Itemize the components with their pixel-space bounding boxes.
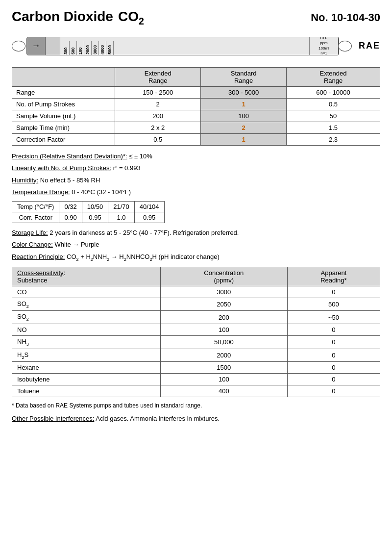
time-ext1: 2 x 2 — [115, 122, 201, 133]
pump-ext2: 0.5 — [287, 98, 380, 110]
precision-label: Precision (Relative Standard Deviation)*… — [12, 152, 127, 160]
tube-diagram: → 300 500 100 2000 3000 4000 5000 CO₂ pp… — [12, 32, 380, 60]
other-interferences-line: Other Possible Interferences: Acid gases… — [12, 414, 380, 424]
volume-std: 100 — [201, 110, 287, 122]
correction-std: 1 — [201, 133, 287, 145]
cross-row-so2-2: SO2 200 ~50 — [12, 311, 380, 324]
correction-ext2: 2.3 — [287, 133, 380, 145]
tube-arrow-icon: → — [32, 41, 41, 51]
time-std: 2 — [201, 122, 287, 133]
temp-correction-table: Temp (°C/°F) 0/32 10/50 21/70 40/104 Cor… — [12, 201, 165, 223]
corr-21-70: 1.0 — [108, 212, 135, 223]
linearity-value: r² = 0.993 — [111, 164, 141, 172]
scale-2000: 2000 — [84, 41, 92, 55]
footnote: * Data based on RAE Systems pumps and tu… — [12, 402, 380, 409]
cross-substance-so2-1: SO2 — [12, 298, 161, 311]
pump-std: 1 — [201, 98, 287, 110]
cross-row-isobutylene: Isobutylene 100 0 — [12, 374, 380, 385]
temp-range-label: Temperature Range: — [12, 188, 70, 196]
cross-row-so2-1: SO2 2050 500 — [12, 298, 380, 311]
table-row: No. of Pump Strokes 2 1 0.5 — [12, 98, 380, 110]
reaction-formula: CO2 + H2NNH2 → H2NNHCO2H (pH indicator c… — [67, 253, 220, 260]
cross-substance-nh3: NH3 — [12, 335, 161, 349]
row-label-range: Range — [12, 86, 115, 98]
row-label-pump: No. of Pump Strokes — [12, 98, 115, 110]
color-line: Color Change: White → Purple — [12, 240, 380, 250]
cross-substance-no: NO — [12, 324, 161, 335]
cross-conc-so2-1: 2050 — [160, 298, 287, 311]
cross-conc-toluene: 400 — [160, 385, 287, 397]
tube-gray-section — [46, 37, 60, 55]
humidity-line: Humidity: No effect 5 - 85% RH — [12, 176, 380, 185]
temp-10-50: 10/50 — [82, 201, 108, 212]
pump-ext1: 2 — [115, 98, 201, 110]
chemical-formula: CO2 — [118, 9, 144, 27]
table-row: Range 150 - 2500 300 - 5000 600 - 10000 — [12, 86, 380, 98]
temp-21-70: 21/70 — [108, 201, 135, 212]
temp-range-value: 0 - 40°C (32 - 104°F) — [70, 188, 131, 196]
temp-range-line: Temperature Range: 0 - 40°C (32 - 104°F) — [12, 187, 380, 197]
cross-row-toluene: Toluene 400 0 — [12, 385, 380, 397]
tube-left-circle — [12, 41, 25, 51]
product-number: No. 10-104-30 — [311, 11, 380, 24]
storage-value: 2 years in darkness at 5 - 25°C (40 - 77… — [48, 229, 239, 236]
cross-header-substance: Cross-sensitivity:Substance — [12, 267, 161, 286]
precision-line: Precision (Relative Standard Deviation)*… — [12, 152, 380, 161]
cross-conc-so2-2: 200 — [160, 311, 287, 324]
storage-line: Storage Life: 2 years in darkness at 5 -… — [12, 228, 380, 238]
volume-ext2: 50 — [287, 110, 380, 122]
cross-reading-toluene: 0 — [287, 385, 380, 397]
tube-label-n: n=1 — [320, 51, 327, 55]
corr-40-104: 0.95 — [134, 212, 164, 223]
cross-conc-nh3: 50,000 — [160, 335, 287, 349]
tube-right-cap — [338, 41, 354, 51]
table-row: Correction Factor 0.5 1 2.3 — [12, 133, 380, 145]
scale-300: 300 — [62, 41, 70, 55]
cross-row-h2s: H2S 2000 0 — [12, 349, 380, 362]
cross-sensitivity-table: Cross-sensitivity:Substance Concentratio… — [12, 267, 380, 397]
rae-logo: RAE — [359, 41, 380, 51]
col-header-ext2: ExtendedRange — [287, 67, 380, 86]
cross-row-hexane: Hexane 1500 0 — [12, 362, 380, 374]
range-ext2: 600 - 10000 — [287, 86, 380, 98]
cross-conc-h2s: 2000 — [160, 349, 287, 362]
scale-3000: 3000 — [92, 41, 99, 55]
cross-substance-h2s: H2S — [12, 349, 161, 362]
cross-header-reading: ApparentReading* — [287, 267, 380, 286]
cross-conc-isobutylene: 100 — [160, 374, 287, 385]
corr-0-32: 0.90 — [59, 212, 82, 223]
tube-right-circle — [338, 41, 352, 51]
temp-0-32: 0/32 — [59, 201, 82, 212]
page-header: Carbon Dioxide CO2 No. 10-104-30 — [12, 9, 380, 27]
temp-40-104: 40/104 — [134, 201, 164, 212]
tube-label-100ml: 100ml — [318, 46, 329, 51]
row-label-correction: Correction Factor — [12, 133, 115, 145]
cross-reading-isobutylene: 0 — [287, 374, 380, 385]
other-label: Other Possible Interferences: — [12, 415, 94, 422]
tube-left-cap — [12, 41, 27, 51]
time-ext2: 1.5 — [287, 122, 380, 133]
cross-reading-hexane: 0 — [287, 362, 380, 374]
tube-dark-section: → — [27, 37, 46, 55]
scale-4000: 4000 — [99, 41, 106, 55]
temp-col-header: Temp (°C/°F) — [12, 201, 59, 212]
tube-body: → 300 500 100 2000 3000 4000 5000 CO₂ pp… — [26, 37, 339, 55]
cross-substance-co: CO — [12, 286, 161, 298]
range-ext1: 150 - 2500 — [115, 86, 201, 98]
reaction-label: Reaction Principle: — [12, 253, 65, 260]
corr-10-50: 0.95 — [82, 212, 108, 223]
specs-section: Precision (Relative Standard Deviation)*… — [12, 152, 380, 197]
compound-name: Carbon Dioxide — [12, 9, 113, 25]
col-header-ext1: ExtendedRange — [115, 67, 201, 86]
cross-reading-h2s: 0 — [287, 349, 380, 362]
row-label-time: Sample Time (min) — [12, 122, 115, 133]
cross-substance-hexane: Hexane — [12, 362, 161, 374]
precision-value: ≤ ± 10% — [127, 152, 152, 160]
range-std: 300 - 5000 — [201, 86, 287, 98]
other-value: Acid gases. Ammonia interferes in mixtur… — [94, 415, 220, 422]
row-label-volume: Sample Volume (mL) — [12, 110, 115, 122]
scale-100: 100 — [77, 41, 84, 55]
reaction-line: Reaction Principle: CO2 + H2NNH2 → H2NNH… — [12, 252, 380, 263]
linearity-label: Linearity with No. of Pump Strokes: — [12, 164, 111, 172]
col-header-blank — [12, 67, 115, 86]
